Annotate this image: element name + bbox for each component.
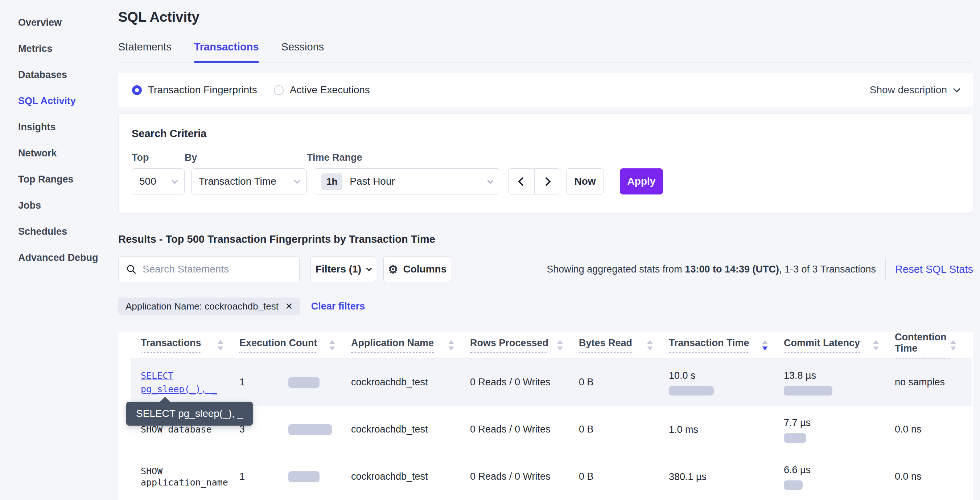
rows-processed-cell: 0 Reads / 0 Writes bbox=[470, 453, 579, 500]
execution-count-bar bbox=[288, 471, 320, 482]
app-root: Overview Metrics Databases SQL Activity … bbox=[0, 0, 980, 500]
execution-count-cell: 3 bbox=[239, 406, 351, 453]
column-label[interactable]: Commit Latency bbox=[784, 338, 860, 353]
sidebar-item-insights[interactable]: Insights bbox=[0, 114, 112, 140]
column-label[interactable]: Application Name bbox=[351, 338, 434, 353]
show-description-toggle[interactable]: Show description bbox=[870, 84, 959, 96]
execution-count-value: 1 bbox=[239, 471, 288, 482]
reset-sql-stats-link[interactable]: Reset SQL Stats bbox=[885, 258, 973, 280]
contention-time-cell: 0.0 ns bbox=[895, 453, 972, 500]
column-label[interactable]: Rows Processed bbox=[470, 338, 548, 353]
close-icon[interactable]: ✕ bbox=[285, 301, 293, 312]
stats-suffix: , 1-3 of 3 Transactions bbox=[779, 264, 876, 275]
sidebar: Overview Metrics Databases SQL Activity … bbox=[0, 0, 112, 500]
search-criteria-title: Search Criteria bbox=[132, 128, 960, 140]
execution-count-bar bbox=[288, 424, 332, 435]
transactions-table-panel: Transactions Execution Count Application… bbox=[118, 332, 973, 500]
column-header-transaction-time[interactable]: Transaction Time bbox=[669, 332, 784, 359]
column-header-contention-time[interactable]: Contention Time bbox=[895, 332, 972, 359]
filters-button[interactable]: Filters (1) bbox=[310, 256, 376, 282]
by-label: By bbox=[185, 152, 307, 163]
previous-time-button[interactable] bbox=[508, 168, 534, 194]
sort-arrows-icon[interactable] bbox=[950, 340, 956, 350]
sidebar-item-databases[interactable]: Databases bbox=[0, 62, 112, 88]
radio-transaction-fingerprints[interactable]: Transaction Fingerprints bbox=[132, 84, 257, 96]
application-name-cell: cockroachdb_test bbox=[351, 453, 470, 500]
now-button[interactable]: Now bbox=[566, 168, 604, 194]
clear-filters-link[interactable]: Clear filters bbox=[311, 301, 365, 312]
top-select[interactable]: 500 bbox=[132, 168, 185, 194]
sidebar-item-jobs[interactable]: Jobs bbox=[0, 192, 112, 218]
search-box bbox=[118, 256, 299, 282]
column-header-bytes-read[interactable]: Bytes Read bbox=[579, 332, 669, 359]
sidebar-item-overview[interactable]: Overview bbox=[0, 10, 112, 35]
results-toolbar: Filters (1) ⚙ Columns Showing aggregated… bbox=[118, 256, 973, 282]
sidebar-item-top-ranges[interactable]: Top Ranges bbox=[0, 166, 112, 192]
transaction-time-cell: 10.0 s bbox=[669, 359, 784, 406]
column-header-commit-latency[interactable]: Commit Latency bbox=[784, 332, 895, 359]
time-range-badge: 1h bbox=[321, 174, 342, 190]
filter-chip: Application Name: cockroachdb_test ✕ bbox=[118, 298, 300, 315]
column-header-transactions[interactable]: Transactions bbox=[130, 332, 239, 359]
columns-button[interactable]: ⚙ Columns bbox=[383, 256, 451, 282]
column-label[interactable]: Contention Time bbox=[895, 332, 950, 358]
sort-arrows-icon[interactable] bbox=[762, 340, 768, 350]
sidebar-item-schedules[interactable]: Schedules bbox=[0, 218, 112, 245]
column-header-rows-processed[interactable]: Rows Processed bbox=[470, 332, 579, 359]
contention-time-cell: 0.0 ns bbox=[895, 406, 972, 453]
transaction-time-cell: 1.0 ms bbox=[669, 406, 784, 453]
commit-latency-bar bbox=[784, 433, 806, 443]
commit-latency-value: 6.6 µs bbox=[784, 464, 895, 476]
transaction-time-value: 10.0 s bbox=[669, 369, 784, 382]
sidebar-item-network[interactable]: Network bbox=[0, 140, 112, 166]
column-label[interactable]: Bytes Read bbox=[579, 338, 632, 353]
filter-chip-label: Application Name: cockroachdb_test bbox=[126, 301, 278, 312]
sidebar-item-advanced-debug[interactable]: Advanced Debug bbox=[0, 245, 112, 271]
show-description-label: Show description bbox=[870, 84, 947, 96]
time-range-field: Time Range 1h Past Hour bbox=[307, 152, 500, 194]
search-input[interactable] bbox=[143, 263, 292, 275]
transaction-fingerprint-link[interactable]: SHOW database bbox=[141, 424, 212, 435]
sort-arrows-icon[interactable] bbox=[647, 340, 653, 350]
bytes-read-cell: 0 B bbox=[579, 453, 669, 500]
transaction-time-cell: 380.1 µs bbox=[669, 453, 784, 500]
search-icon bbox=[126, 264, 137, 275]
tab-transactions[interactable]: Transactions bbox=[194, 41, 259, 62]
by-select[interactable]: Transaction Time bbox=[191, 168, 307, 194]
transaction-fingerprint-link[interactable]: SELECT pg_sleep(_), _ bbox=[141, 369, 239, 396]
column-header-application-name[interactable]: Application Name bbox=[351, 332, 470, 359]
transaction-fingerprint-link[interactable]: SHOW application_name bbox=[141, 466, 228, 488]
radio-active-executions[interactable]: Active Executions bbox=[274, 84, 370, 96]
tab-statements[interactable]: Statements bbox=[118, 41, 172, 62]
table-row: SHOW database 3 cockroachdb_test 0 Reads… bbox=[130, 406, 972, 453]
columns-label: Columns bbox=[403, 263, 447, 275]
sort-arrows-icon[interactable] bbox=[329, 340, 335, 350]
search-criteria-card: Search Criteria Top 500 By Transaction T… bbox=[118, 113, 973, 213]
chevron-down-icon bbox=[487, 177, 494, 183]
chevron-right-icon bbox=[542, 177, 550, 186]
sort-arrows-icon[interactable] bbox=[448, 340, 454, 350]
commit-latency-cell: 13.8 µs bbox=[784, 359, 895, 406]
stats-prefix: Showing aggregated stats from bbox=[547, 264, 685, 275]
commit-latency-bar bbox=[784, 481, 803, 490]
apply-button[interactable]: Apply bbox=[620, 168, 663, 194]
execution-count-bar bbox=[288, 377, 320, 388]
column-label[interactable]: Execution Count bbox=[239, 338, 317, 353]
sort-arrows-icon[interactable] bbox=[218, 340, 223, 350]
tab-bar: Statements Transactions Sessions bbox=[118, 41, 973, 63]
sidebar-item-metrics[interactable]: Metrics bbox=[0, 35, 112, 62]
sidebar-item-sql-activity[interactable]: SQL Activity bbox=[0, 88, 112, 114]
tab-sessions[interactable]: Sessions bbox=[282, 41, 324, 62]
next-time-button[interactable] bbox=[534, 168, 560, 194]
transaction-time-bar bbox=[669, 386, 714, 395]
column-header-execution-count[interactable]: Execution Count bbox=[239, 332, 351, 359]
chevron-down-icon bbox=[172, 177, 178, 183]
time-range-select[interactable]: 1h Past Hour bbox=[314, 168, 500, 194]
radio-label: Transaction Fingerprints bbox=[148, 84, 257, 96]
execution-count-cell: 1 bbox=[239, 453, 351, 500]
column-label[interactable]: Transactions bbox=[141, 338, 201, 353]
sort-arrows-icon[interactable] bbox=[557, 340, 563, 350]
column-label[interactable]: Transaction Time bbox=[669, 338, 749, 353]
sort-arrows-icon[interactable] bbox=[873, 340, 879, 350]
commit-latency-value: 7.7 µs bbox=[784, 417, 895, 429]
